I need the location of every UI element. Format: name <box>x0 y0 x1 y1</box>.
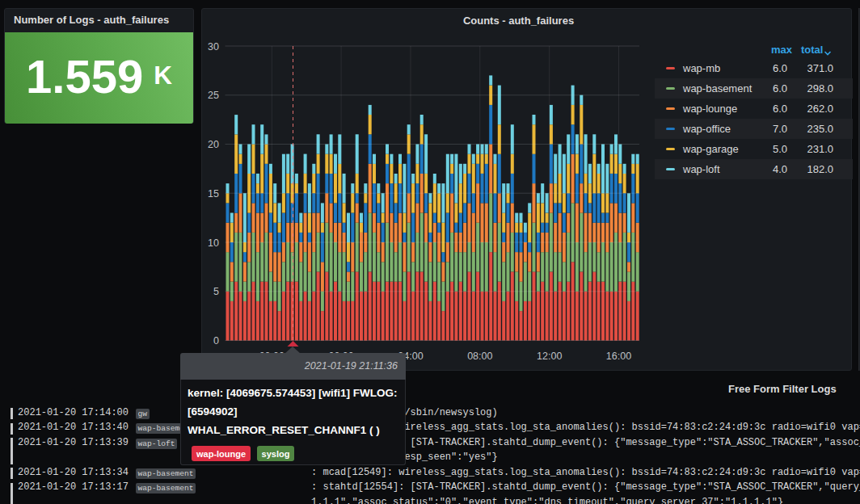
svg-text:5: 5 <box>213 286 219 297</box>
svg-text:15: 15 <box>208 188 219 200</box>
svg-text:12:00: 12:00 <box>537 351 562 362</box>
svg-text:25: 25 <box>208 90 219 101</box>
svg-text:30: 30 <box>208 41 219 52</box>
svg-text:10: 10 <box>208 237 219 249</box>
svg-text:20: 20 <box>208 139 219 150</box>
svg-text:08:00: 08:00 <box>467 351 492 362</box>
svg-text:0: 0 <box>213 335 219 346</box>
svg-text:16:00: 16:00 <box>606 351 631 362</box>
